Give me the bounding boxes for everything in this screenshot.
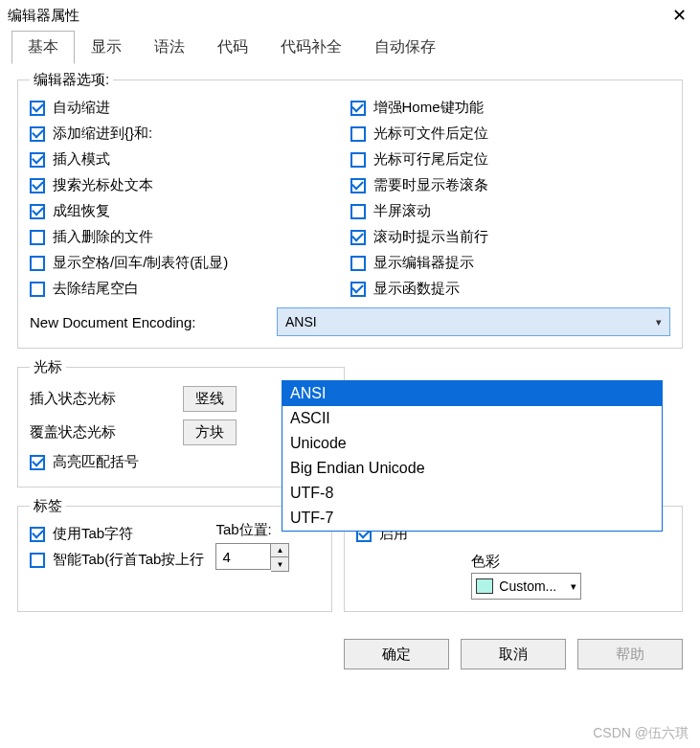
dialog-buttons: 确定 取消 帮助 xyxy=(0,631,700,669)
tab-syntax[interactable]: 语法 xyxy=(138,31,201,64)
tab-position-spinner[interactable]: ▲ ▼ xyxy=(215,543,289,572)
tab-completion[interactable]: 代码补全 xyxy=(264,31,358,64)
encoding-option-utf7[interactable]: UTF-7 xyxy=(282,506,662,531)
tab-basic[interactable]: 基本 xyxy=(11,31,75,64)
tab-position-label: Tab位置: xyxy=(215,521,271,539)
chk-show-whitespace-label: 显示空格/回车/制表符(乱显) xyxy=(53,254,228,272)
chk-editor-hints[interactable] xyxy=(350,256,366,271)
cancel-button[interactable]: 取消 xyxy=(461,639,566,669)
chk-search-cursor-text-label: 搜索光标处文本 xyxy=(53,176,153,194)
encoding-option-be-unicode[interactable]: Big Endian Unicode xyxy=(282,456,662,481)
chk-highlight-bracket-label: 高亮匹配括号 xyxy=(53,453,139,471)
chk-smart-tab-label: 智能Tab(行首Tab按上行 xyxy=(53,551,204,569)
chk-auto-indent-label: 自动缩进 xyxy=(53,99,110,117)
options-col-left: 自动缩进 添加缩进到{}和: 插入模式 搜索光标处文本 成组恢复 插入删除的文件… xyxy=(30,95,350,302)
chk-use-tab-char-label: 使用Tab字符 xyxy=(53,525,133,543)
group-tabs-legend: 标签 xyxy=(30,497,66,515)
encoding-option-ansi[interactable]: ANSI xyxy=(282,381,662,406)
chk-highlight-bracket[interactable] xyxy=(30,455,45,470)
overwrite-cursor-button[interactable]: 方块 xyxy=(183,419,237,445)
titlebar: 编辑器属性 ✕ xyxy=(0,0,700,31)
chk-scroll-hint-line-label: 滚动时提示当前行 xyxy=(373,228,488,246)
chk-show-whitespace[interactable] xyxy=(30,256,45,271)
color-label: 色彩 xyxy=(471,553,500,571)
color-combo[interactable]: Custom... ▾ xyxy=(471,573,581,600)
chk-half-page-scroll-label: 半屏滚动 xyxy=(373,202,431,220)
chk-enhanced-home-label: 增强Home键功能 xyxy=(373,99,484,117)
tab-strip: 基本 显示 语法 代码 代码补全 自动保存 xyxy=(0,31,700,65)
watermark: CSDN @伍六琪 xyxy=(593,725,689,742)
encoding-dropdown-list[interactable]: ANSI ASCII Unicode Big Endian Unicode UT… xyxy=(282,380,663,532)
spinner-up-icon[interactable]: ▲ xyxy=(271,544,288,557)
chk-function-hints-label: 显示函数提示 xyxy=(373,280,460,298)
chk-scrollbar-needed-label: 需要时显示卷滚条 xyxy=(373,176,488,194)
chk-scrollbar-needed[interactable] xyxy=(350,178,366,193)
encoding-select-value: ANSI xyxy=(285,314,317,329)
group-editor-options: 编辑器选项: 自动缩进 添加缩进到{}和: 插入模式 搜索光标处文本 成组恢复 … xyxy=(17,71,683,349)
chk-insert-mode-label: 插入模式 xyxy=(53,150,110,169)
chk-editor-hints-label: 显示编辑器提示 xyxy=(373,254,474,272)
close-icon[interactable]: ✕ xyxy=(666,5,692,26)
chk-half-page-scroll[interactable] xyxy=(350,204,366,219)
chk-scroll-hint-line[interactable] xyxy=(350,230,366,245)
color-swatch-icon xyxy=(476,578,493,594)
tab-position-input[interactable] xyxy=(215,543,271,570)
chk-add-indent-braces[interactable] xyxy=(30,126,45,142)
chevron-down-icon: ▾ xyxy=(656,316,662,329)
chk-cursor-past-eol[interactable] xyxy=(350,152,366,168)
chk-insert-deleted-files[interactable] xyxy=(30,230,45,245)
spinner-down-icon[interactable]: ▼ xyxy=(271,557,288,571)
group-cursor-legend: 光标 xyxy=(30,358,66,376)
chk-smart-tab[interactable] xyxy=(30,553,45,568)
tab-code[interactable]: 代码 xyxy=(201,31,264,64)
help-button[interactable]: 帮助 xyxy=(577,639,683,669)
chk-function-hints[interactable] xyxy=(350,282,366,297)
window-title: 编辑器属性 xyxy=(8,7,79,25)
overwrite-cursor-label: 覆盖状态光标 xyxy=(30,423,183,442)
insert-cursor-label: 插入状态光标 xyxy=(30,390,183,408)
chk-insert-deleted-files-label: 插入删除的文件 xyxy=(53,228,153,246)
chk-group-undo-label: 成组恢复 xyxy=(53,202,110,220)
chk-cursor-past-eof[interactable] xyxy=(350,126,366,142)
color-combo-value: Custom... xyxy=(499,578,556,594)
chk-auto-indent[interactable] xyxy=(30,101,45,116)
chk-trim-trailing-label: 去除结尾空白 xyxy=(53,280,139,298)
group-editor-options-legend: 编辑器选项: xyxy=(30,71,113,89)
content-area: 编辑器选项: 自动缩进 添加缩进到{}和: 插入模式 搜索光标处文本 成组恢复 … xyxy=(0,65,700,631)
chevron-down-icon: ▾ xyxy=(571,580,576,593)
chk-use-tab-char[interactable] xyxy=(30,527,45,542)
chk-enhanced-home[interactable] xyxy=(350,101,366,116)
chk-trim-trailing[interactable] xyxy=(30,282,45,297)
encoding-select[interactable]: ANSI ▾ xyxy=(277,307,670,336)
chk-insert-mode[interactable] xyxy=(30,152,45,168)
chk-add-indent-braces-label: 添加缩进到{}和: xyxy=(53,125,152,143)
chk-cursor-past-eof-label: 光标可文件后定位 xyxy=(373,125,488,143)
chk-search-cursor-text[interactable] xyxy=(30,178,45,193)
options-col-right: 增强Home键功能 光标可文件后定位 光标可行尾后定位 需要时显示卷滚条 半屏滚… xyxy=(350,95,671,302)
tab-display[interactable]: 显示 xyxy=(75,31,138,64)
chk-cursor-past-eol-label: 光标可行尾后定位 xyxy=(373,150,488,169)
encoding-label: New Document Encoding: xyxy=(30,314,277,330)
encoding-option-utf8[interactable]: UTF-8 xyxy=(282,481,662,506)
ok-button[interactable]: 确定 xyxy=(344,639,449,669)
encoding-option-unicode[interactable]: Unicode xyxy=(282,431,662,456)
encoding-option-ascii[interactable]: ASCII xyxy=(282,406,662,431)
chk-group-undo[interactable] xyxy=(30,204,45,219)
insert-cursor-button[interactable]: 竖线 xyxy=(183,386,237,412)
tab-autosave[interactable]: 自动保存 xyxy=(358,31,452,64)
